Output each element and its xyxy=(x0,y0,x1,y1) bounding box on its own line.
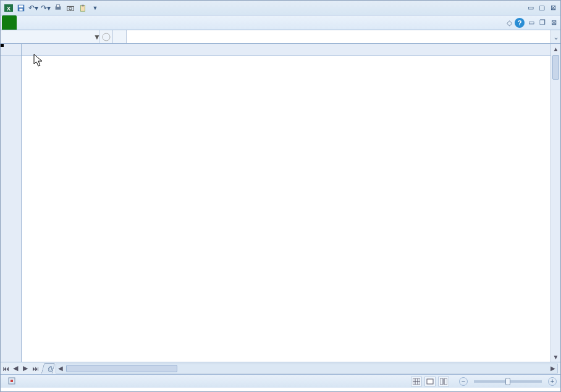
svg-rect-18 xyxy=(427,379,433,384)
title-bar: X ↶▾ ↷▾ ▼ ▭ ▢ ⊠ xyxy=(1,1,560,15)
svg-point-11 xyxy=(103,33,110,41)
view-page-layout-button[interactable] xyxy=(424,377,436,386)
name-box-wrap: ▼ xyxy=(1,30,99,43)
zoom-slider[interactable] xyxy=(474,380,542,383)
tab-view[interactable] xyxy=(107,15,122,30)
row-headers xyxy=(1,56,22,362)
formula-bar-row: ▼ ⌄ xyxy=(1,30,560,44)
tab-formula[interactable] xyxy=(62,15,77,30)
scroll-up-icon[interactable]: ▲ xyxy=(551,44,560,54)
minimize-button[interactable]: ▭ xyxy=(526,4,536,12)
status-bar: − + xyxy=(1,374,560,388)
svg-rect-6 xyxy=(56,4,59,7)
tab-data[interactable] xyxy=(77,15,92,30)
excel-icon[interactable]: X xyxy=(3,2,14,14)
select-all-corner[interactable] xyxy=(1,44,22,56)
view-page-break-button[interactable] xyxy=(438,377,449,386)
scroll-down-icon[interactable]: ▼ xyxy=(551,352,560,362)
undo-icon[interactable]: ↶▾ xyxy=(28,2,39,14)
tab-home[interactable] xyxy=(18,15,33,30)
svg-rect-13 xyxy=(11,380,13,382)
workbook-minimize-button[interactable]: ▭ xyxy=(527,19,536,27)
svg-text:X: X xyxy=(7,6,11,12)
horizontal-scrollbar[interactable]: ◀ ▶ xyxy=(56,364,558,373)
tab-dev[interactable] xyxy=(122,15,137,30)
view-normal-button[interactable] xyxy=(411,377,422,386)
close-button[interactable]: ⊠ xyxy=(548,4,558,12)
cells-area[interactable] xyxy=(22,56,550,362)
tab-layout[interactable] xyxy=(48,15,62,30)
name-box-dropdown-icon[interactable]: ▼ xyxy=(93,33,101,41)
name-box[interactable] xyxy=(1,33,93,41)
zoom-in-button[interactable]: + xyxy=(548,377,557,386)
svg-rect-4 xyxy=(19,8,22,10)
help-icon[interactable]: ? xyxy=(515,18,525,28)
vscroll-thumb[interactable] xyxy=(552,55,559,80)
sheet-nav-first-icon[interactable]: ⏮ xyxy=(1,365,11,372)
zoom-thumb[interactable] xyxy=(505,378,510,385)
file-tab[interactable] xyxy=(2,15,17,30)
print-preview-icon[interactable] xyxy=(53,2,64,14)
tab-review[interactable] xyxy=(92,15,107,30)
ribbon-options-icon[interactable]: ◇ xyxy=(507,19,512,27)
sheet-nav-prev-icon[interactable]: ◀ xyxy=(11,364,20,372)
redo-icon[interactable]: ↷▾ xyxy=(40,2,51,14)
tab-addin[interactable] xyxy=(137,15,151,30)
workbook-close-button[interactable]: ⊠ xyxy=(549,19,558,27)
spreadsheet-grid: ▲ ▼ xyxy=(1,44,560,362)
svg-point-8 xyxy=(69,7,72,9)
macro-record-icon[interactable] xyxy=(8,377,15,386)
workbook-restore-button[interactable]: ❐ xyxy=(538,19,547,27)
zoom-out-button[interactable]: − xyxy=(459,377,468,386)
vertical-scrollbar[interactable]: ▲ ▼ xyxy=(550,44,560,362)
window-controls: ▭ ▢ ⊠ xyxy=(526,4,560,12)
svg-rect-20 xyxy=(444,378,447,385)
svg-rect-3 xyxy=(19,5,23,7)
qat-customize-icon[interactable]: ▼ xyxy=(90,2,101,14)
formula-expand-icon[interactable]: ⌄ xyxy=(550,30,560,43)
sheet-tab-bar: ⏮ ◀ ▶ ⏭ ⎙ ◀ ▶ xyxy=(1,362,560,374)
tab-insert[interactable] xyxy=(33,15,48,30)
new-sheet-button[interactable]: ⎙ xyxy=(41,363,56,373)
insert-function-button[interactable] xyxy=(99,30,113,43)
formula-input[interactable] xyxy=(127,30,550,43)
column-headers xyxy=(22,44,550,56)
fx-label[interactable] xyxy=(113,30,127,43)
sheet-nav-last-icon[interactable]: ⏭ xyxy=(30,365,40,372)
svg-rect-19 xyxy=(440,378,443,385)
scroll-left-icon[interactable]: ◀ xyxy=(56,364,65,373)
maximize-button[interactable]: ▢ xyxy=(537,4,547,12)
svg-rect-10 xyxy=(82,4,84,6)
save-icon[interactable] xyxy=(15,2,27,14)
sheet-nav-next-icon[interactable]: ▶ xyxy=(20,364,30,372)
ribbon-tabs: ◇ ? ▭ ❐ ⊠ xyxy=(1,15,560,30)
hscroll-thumb[interactable] xyxy=(66,365,177,372)
scroll-right-icon[interactable]: ▶ xyxy=(549,364,557,373)
paste-icon[interactable] xyxy=(77,2,88,14)
camera-icon[interactable] xyxy=(65,2,76,14)
quick-access-toolbar: X ↶▾ ↷▾ ▼ xyxy=(1,2,103,14)
